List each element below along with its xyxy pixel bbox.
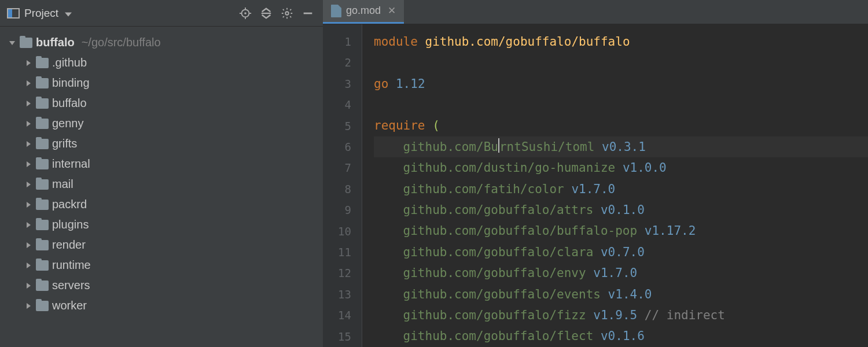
tree-item-label: packrd [52,198,87,211]
tree-arrow-collapsed-icon[interactable] [24,80,32,86]
svg-point-1 [244,12,247,14]
tree-item-label: internal [52,157,90,171]
tree-arrow-collapsed-icon[interactable] [24,182,32,187]
code-line[interactable]: github.com/gobuffalo/clara v0.7.0 [374,242,868,263]
folder-icon [36,98,49,109]
tree-arrow-collapsed-icon[interactable] [24,101,32,106]
project-name: buffalo [36,36,75,49]
close-icon[interactable]: ✕ [388,5,396,17]
code-line[interactable]: github.com/gobuffalo/flect v0.1.6 [374,326,868,346]
code-line[interactable]: github.com/BurntSushi/toml v0.3.1 [374,136,868,157]
folder-icon [36,58,49,68]
folder-icon [36,260,49,271]
tree-item[interactable]: runtime [0,255,323,275]
code-line[interactable] [374,52,868,73]
line-number: 1 [323,31,351,52]
tree-item-label: genny [52,117,84,130]
folder-icon [36,200,49,210]
tree-item-label: mail [52,178,73,191]
tree-item[interactable]: genny [0,113,323,134]
tree-item[interactable]: internal [0,154,323,174]
panel-title[interactable]: Project [24,7,58,20]
collapse-all-icon[interactable] [258,5,274,21]
tree-arrow-collapsed-icon[interactable] [24,222,32,228]
gear-icon[interactable] [279,5,295,21]
tree-arrow-collapsed-icon[interactable] [24,141,32,147]
code-line[interactable]: github.com/gobuffalo/fizz v1.9.5 // indi… [374,305,868,326]
tree-item-label: binding [52,76,90,90]
editor-panel: go.mod ✕ 123456789101112131415 module gi… [323,0,868,347]
tree-item[interactable]: grifts [0,134,323,154]
editor-body[interactable]: 123456789101112131415 module github.com/… [323,24,868,347]
code-line[interactable]: github.com/gobuffalo/attrs v0.1.0 [374,200,868,220]
folder-icon [36,119,49,129]
tree-item-label: render [52,238,86,252]
line-number: 10 [323,221,351,242]
tab-filename: go.mod [346,5,381,17]
line-number: 11 [323,242,351,263]
line-number: 15 [323,326,351,347]
code-line[interactable]: require ( [374,115,868,136]
tree-arrow-collapsed-icon[interactable] [24,60,32,66]
tree-item-label: worker [52,299,87,312]
tree-item[interactable]: worker [0,296,323,316]
folder-icon [36,78,49,88]
tree-item-label: servers [52,279,90,292]
tree-item-label: grifts [52,137,77,150]
dropdown-arrow-icon[interactable] [65,7,72,20]
line-number: 5 [323,116,351,136]
tree-arrow-collapsed-icon[interactable] [24,161,32,167]
tree-item-label: buffalo [52,97,87,110]
minimize-icon[interactable] [300,5,316,21]
code-line[interactable] [374,94,868,115]
project-sidebar: Project buffalo ~/go/src/buffalo .github… [0,0,323,347]
code-line[interactable]: module github.com/gobuffalo/buffalo [374,31,868,52]
tree-arrow-collapsed-icon[interactable] [24,242,32,248]
locate-icon[interactable] [237,5,253,21]
folder-icon [20,38,32,48]
tree-item-label: runtime [52,259,91,272]
tree-root[interactable]: buffalo ~/go/src/buffalo [0,32,323,53]
code-line[interactable]: github.com/fatih/color v1.7.0 [374,179,868,200]
tree-item-label: .github [52,56,87,69]
tree-arrow-collapsed-icon[interactable] [24,202,32,208]
folder-icon [36,220,49,230]
tree-item[interactable]: .github [0,53,323,73]
folder-icon [36,280,49,291]
tree-item[interactable]: render [0,235,323,255]
tree-arrow-expanded-icon[interactable] [8,40,16,46]
line-number: 6 [323,136,351,157]
tree-item-label: plugins [52,218,89,231]
code-area[interactable]: module github.com/gobuffalo/buffalo go 1… [362,24,868,347]
sidebar-header: Project [0,0,323,27]
code-line[interactable]: github.com/dustin/go-humanize v1.0.0 [374,157,868,178]
line-number: 9 [323,200,351,220]
tree-item[interactable]: servers [0,275,323,296]
tree-arrow-collapsed-icon[interactable] [24,283,32,289]
code-line[interactable]: github.com/gobuffalo/buffalo-pop v1.17.2 [374,220,868,241]
code-line[interactable]: go 1.12 [374,73,868,94]
line-number: 8 [323,179,351,200]
tree-item[interactable]: buffalo [0,93,323,113]
line-number: 3 [323,73,351,94]
tab-bar: go.mod ✕ [323,0,868,24]
code-line[interactable]: github.com/gobuffalo/envy v1.7.0 [374,263,868,283]
tree-item[interactable]: packrd [0,194,323,215]
folder-icon [36,179,49,190]
tree-arrow-collapsed-icon[interactable] [24,303,32,309]
project-path: ~/go/src/buffalo [82,36,161,49]
line-number: 14 [323,305,351,326]
tree-arrow-collapsed-icon[interactable] [24,263,32,268]
tree-item[interactable]: binding [0,73,323,93]
tree-arrow-collapsed-icon[interactable] [24,121,32,127]
folder-icon [36,240,49,250]
tree-item[interactable]: mail [0,174,323,194]
line-number: 13 [323,284,351,305]
panel-icon [7,8,20,19]
tree-item[interactable]: plugins [0,215,323,235]
line-number: 7 [323,157,351,178]
folder-icon [36,139,49,149]
code-line[interactable]: github.com/gobuffalo/events v1.4.0 [374,284,868,305]
folder-icon [36,159,49,169]
tab-go-mod[interactable]: go.mod ✕ [323,0,404,24]
